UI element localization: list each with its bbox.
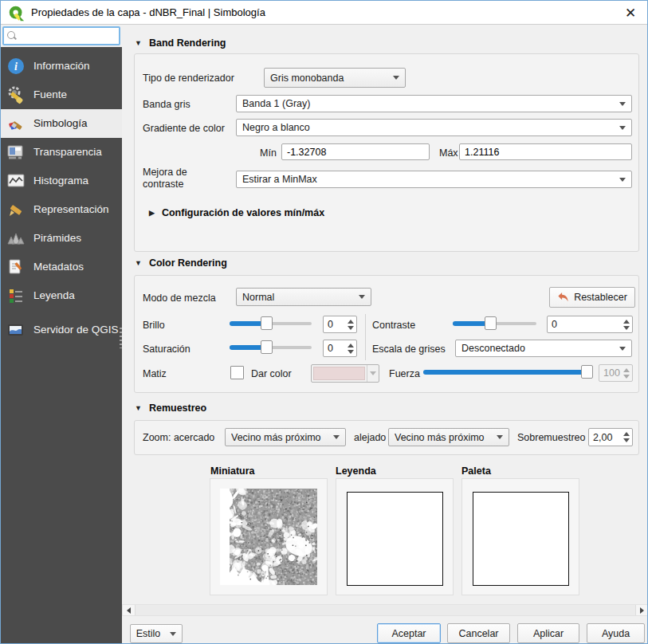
collapse-arrow-icon: ▼ bbox=[135, 39, 142, 47]
sidebar-item-representacion[interactable]: Representación bbox=[1, 195, 122, 224]
oversampling-label: Sobremuestreo bbox=[517, 432, 585, 443]
contrast-label: Contraste bbox=[372, 320, 415, 331]
apply-button[interactable]: Aplicar bbox=[517, 623, 579, 643]
qgis-logo-icon bbox=[8, 5, 25, 22]
collapse-arrow-icon: ▼ bbox=[135, 259, 142, 267]
saturation-slider[interactable] bbox=[230, 340, 312, 355]
horizontal-scrollbar[interactable] bbox=[122, 604, 648, 616]
legend-icon bbox=[6, 285, 26, 306]
sidebar-item-fuente[interactable]: Fuente bbox=[1, 80, 122, 109]
search-box bbox=[2, 26, 120, 45]
cancel-button[interactable]: Cancelar bbox=[447, 623, 510, 643]
pyramids-icon bbox=[6, 228, 26, 249]
slider-handle[interactable] bbox=[261, 340, 273, 354]
slider-handle[interactable] bbox=[261, 316, 273, 330]
hue-label: Matiz bbox=[143, 368, 167, 379]
color-gradient-select[interactable]: Negro a blanco bbox=[236, 119, 632, 136]
close-icon[interactable]: ✕ bbox=[620, 2, 641, 23]
min-input[interactable] bbox=[281, 143, 430, 160]
search-icon bbox=[7, 31, 17, 41]
zoom-in-label: Zoom: acercado bbox=[143, 432, 214, 443]
sidebar-item-histograma[interactable]: Histograma bbox=[1, 167, 122, 195]
sidebar-item-transparencia[interactable]: Transparencia bbox=[1, 138, 122, 167]
contrast-spinbox[interactable]: 0 bbox=[547, 316, 633, 333]
sidebar-item-piramides[interactable]: Pirámides bbox=[1, 224, 122, 253]
scroll-right-icon[interactable] bbox=[636, 605, 648, 615]
section-resampling[interactable]: ▼ Remuestreo bbox=[135, 402, 206, 414]
grayscale-select[interactable]: Desconectado bbox=[455, 340, 632, 357]
minmax-settings-toggle[interactable]: ▶ Configuración de valores mín/máx bbox=[149, 207, 324, 218]
server-icon bbox=[6, 320, 26, 340]
saturation-label: Saturación bbox=[143, 344, 190, 355]
max-input[interactable] bbox=[459, 143, 632, 160]
splitter-handle[interactable] bbox=[120, 328, 122, 348]
collapse-arrow-icon: ▼ bbox=[135, 404, 142, 412]
brush-icon bbox=[6, 199, 26, 220]
grayscale-label: Escala de grises bbox=[372, 344, 446, 355]
brightness-slider[interactable] bbox=[230, 316, 312, 331]
chevron-down-icon bbox=[619, 102, 626, 106]
histogram-icon bbox=[6, 171, 26, 191]
paintbrush-icon bbox=[6, 113, 26, 134]
sidebar-item-servidor-qgis[interactable]: Servidor de QGIS bbox=[1, 310, 122, 350]
style-button[interactable]: Estilo bbox=[130, 624, 183, 643]
ok-button[interactable]: Aceptar bbox=[377, 623, 441, 643]
color-gradient-label: Gradiente de color bbox=[143, 123, 225, 134]
slider-handle[interactable] bbox=[581, 365, 593, 379]
chevron-down-icon bbox=[619, 178, 626, 182]
brightness-spinbox[interactable]: 0 bbox=[323, 316, 357, 333]
spin-arrows-icon[interactable] bbox=[620, 429, 632, 446]
blending-mode-select[interactable]: Normal bbox=[236, 288, 371, 306]
reset-button[interactable]: Restablecer bbox=[549, 287, 635, 308]
gray-band-label: Banda gris bbox=[143, 99, 190, 110]
spin-arrows-icon[interactable] bbox=[344, 316, 356, 332]
sidebar-item-metadatos[interactable]: Metadatos bbox=[1, 253, 122, 281]
title-bar: Propiedades de la capa - dNBR_Final | Si… bbox=[1, 1, 647, 25]
sidebar-item-leyenda[interactable]: Leyenda bbox=[1, 281, 122, 310]
wrench-gear-icon bbox=[6, 84, 26, 105]
zoom-in-select[interactable]: Vecino más próximo bbox=[225, 428, 346, 446]
contrast-enhancement-label: Mejora de contraste bbox=[143, 167, 227, 190]
chevron-down-icon bbox=[170, 632, 176, 636]
colorize-checkbox[interactable] bbox=[230, 366, 244, 379]
scroll-left-icon[interactable] bbox=[123, 605, 135, 615]
strength-label: Fuerza bbox=[389, 368, 420, 379]
slider-handle[interactable] bbox=[485, 316, 497, 330]
saturation-spinbox[interactable]: 0 bbox=[323, 340, 357, 357]
strength-slider[interactable] bbox=[423, 365, 592, 379]
renderer-type-label: Tipo de renderizador bbox=[143, 73, 234, 84]
scrollbar-thumb[interactable] bbox=[135, 605, 636, 615]
colorize-color-button[interactable] bbox=[311, 364, 379, 383]
oversampling-spinbox[interactable]: 2,00 bbox=[588, 428, 633, 446]
palette-preview bbox=[473, 492, 569, 586]
min-label: Mín bbox=[260, 147, 277, 159]
window-title: Propiedades de la capa - dNBR_Final | Si… bbox=[31, 6, 265, 18]
chevron-down-icon bbox=[619, 126, 626, 130]
chevron-down-icon bbox=[333, 435, 340, 439]
sidebar-item-simbologia[interactable]: Simbología bbox=[1, 109, 122, 138]
chevron-down-icon bbox=[359, 295, 365, 299]
thumbnail-label: Miniatura bbox=[210, 465, 255, 477]
section-band-rendering[interactable]: ▼ Band Rendering bbox=[135, 37, 226, 49]
transparency-icon bbox=[6, 142, 26, 163]
renderer-type-select[interactable]: Gris monobanda bbox=[264, 68, 406, 88]
spin-arrows-icon[interactable] bbox=[620, 316, 632, 332]
chevron-down-icon bbox=[393, 76, 399, 80]
zoom-out-label: alejado bbox=[354, 432, 386, 443]
legend-label: Leyenda bbox=[336, 465, 376, 477]
contrast-slider[interactable] bbox=[453, 316, 536, 331]
zoom-out-select[interactable]: Vecino más próximo bbox=[388, 428, 509, 446]
sidebar-item-informacion[interactable]: i Información bbox=[1, 52, 122, 80]
sidebar: i Información Fuente Simbología Transpar… bbox=[1, 47, 122, 644]
colorize-label: Dar color bbox=[251, 368, 292, 379]
spin-arrows-icon[interactable] bbox=[344, 340, 356, 356]
svg-text:i: i bbox=[14, 61, 18, 73]
contrast-enhancement-select[interactable]: Estirar a MinMax bbox=[236, 171, 632, 188]
collapsed-arrow-icon: ▶ bbox=[149, 209, 155, 217]
section-color-rendering[interactable]: ▼ Color Rendering bbox=[135, 257, 227, 269]
blending-mode-label: Modo de mezcla bbox=[143, 293, 216, 304]
help-button[interactable]: Ayuda bbox=[587, 623, 645, 643]
search-input[interactable] bbox=[17, 29, 119, 42]
gray-band-select[interactable]: Banda 1 (Gray) bbox=[236, 95, 632, 112]
chevron-down-icon bbox=[497, 435, 503, 439]
